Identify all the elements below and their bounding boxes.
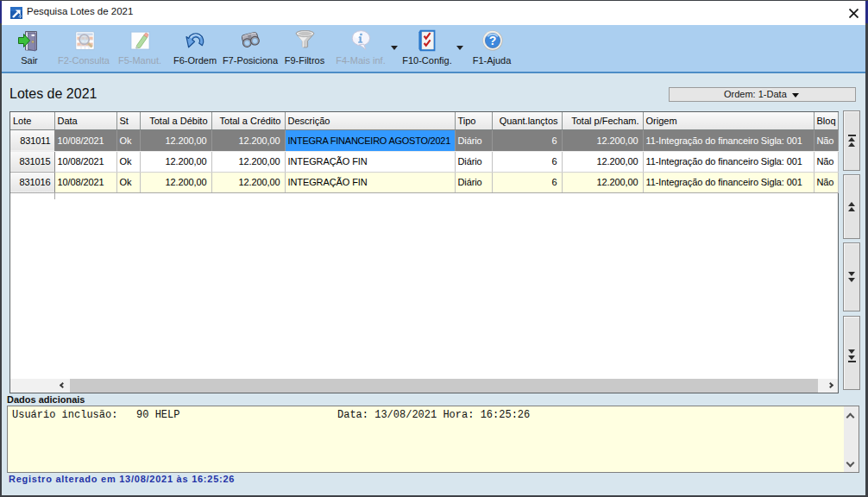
svg-text:?: ? — [489, 34, 497, 47]
